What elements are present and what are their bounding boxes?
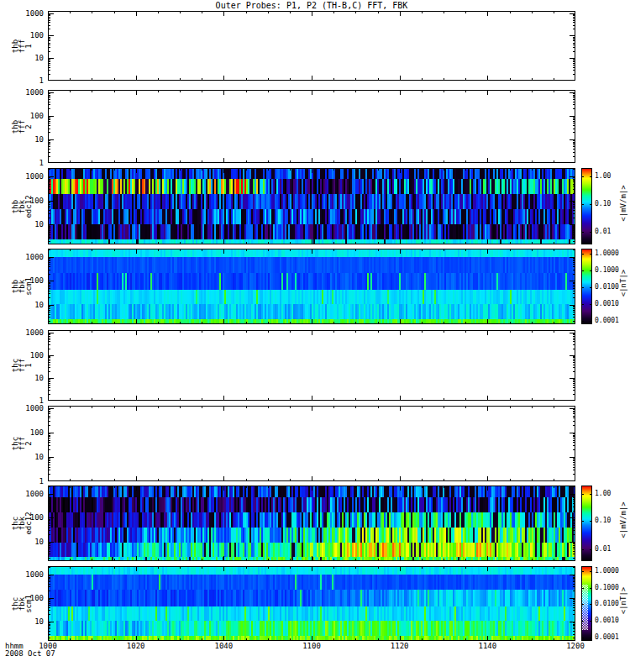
colorbar-unit-thb-fbk-edc12: <|mV/m|> <box>620 185 627 221</box>
panel-canvas-thc-fff-1 <box>48 330 575 401</box>
y-tick-label: 100 <box>0 429 44 437</box>
y-tick-label: 10 <box>0 55 44 62</box>
colorbar-thb-fbk-scm1 <box>581 249 592 324</box>
x-tick-label: 1200 <box>563 643 588 650</box>
y-tick-label: 100 <box>0 113 44 120</box>
y-tick-label: 1000 <box>0 491 44 498</box>
colorbar-tick-label: 0.1000 <box>595 585 619 591</box>
y-tick-label: 100 <box>0 514 44 522</box>
y-tick-label: 1 <box>0 478 44 486</box>
colorbar-thc-fbk-scm1 <box>581 566 592 641</box>
y-label-thc-fff-1: thc fff 1 <box>12 359 32 372</box>
colorbar-tick-label: 0.01 <box>595 546 611 553</box>
colorbar-tick-label: 0.0100 <box>595 284 619 291</box>
colorbar-thc-fbk-edc12 <box>581 486 592 561</box>
y-tick-label: 100 <box>0 595 44 602</box>
y-tick-label: 1 <box>0 160 44 167</box>
y-tick-label: 10 <box>0 375 44 382</box>
y-tick-label: 1000 <box>0 89 44 97</box>
y-tick-label: 1000 <box>0 10 44 18</box>
colorbar-tick-label: 1.0000 <box>595 568 619 575</box>
y-tick-label: 100 <box>0 197 44 205</box>
panel-canvas-thb-fbk-scm1 <box>48 249 575 324</box>
panel-canvas-thc-fbk-edc12 <box>48 486 575 561</box>
x-tick-label: 1000 <box>35 643 60 650</box>
y-tick-label: 10 <box>0 454 44 461</box>
x-tick-label: 1120 <box>387 643 412 650</box>
colorbar-tick-label: 0.1000 <box>595 267 619 274</box>
y-tick-label: 1000 <box>0 173 44 181</box>
y-tick-label: 100 <box>0 32 44 39</box>
fft-fbk-summary-plot: Outer Probes: P1, P2 (TH-B,C) FFT, FBK h… <box>0 0 630 672</box>
y-tick-label: 10 <box>0 618 44 626</box>
y-tick-label: 1000 <box>0 254 44 261</box>
y-label-thb-fff-1: thb fff 1 <box>12 39 32 52</box>
panel-canvas-thc-fbk-scm1 <box>48 566 575 641</box>
colorbar-thb-fbk-edc12 <box>581 168 592 244</box>
panel-canvas-thb-fff-1 <box>48 11 575 81</box>
colorbar-tick-label: 0.0001 <box>595 318 619 324</box>
colorbar-tick-label: 0.10 <box>595 201 611 207</box>
colorbar-unit-thc-fbk-edc12: <|mV/m|> <box>620 502 627 538</box>
panel-canvas-thb-fbk-edc12 <box>48 168 575 244</box>
colorbar-tick-label: 1.0000 <box>595 250 619 257</box>
y-tick-label: 1 <box>0 77 44 85</box>
x-tick-label: 1140 <box>475 643 500 650</box>
y-tick-label: 10 <box>0 302 44 309</box>
colorbar-tick-label: 0.0001 <box>595 634 619 641</box>
colorbar-tick-label: 0.0100 <box>595 601 619 607</box>
panel-canvas-thb-fff-2 <box>48 90 575 163</box>
colorbar-unit-thc-fbk-scm1: <|nT|> <box>620 587 627 615</box>
colorbar-tick-label: 0.10 <box>595 517 611 524</box>
colorbar-tick-label: 1.00 <box>595 491 611 497</box>
y-tick-label: 10 <box>0 136 44 144</box>
y-label-thb-fff-2: thb fff 2 <box>12 119 32 133</box>
x-axis-date-label: 2008 Oct 07 <box>5 650 55 658</box>
plot-title: Outer Probes: P1, P2 (TH-B,C) FFT, FBK <box>48 2 575 9</box>
x-tick-label: 1040 <box>211 643 236 650</box>
y-tick-label: 10 <box>0 538 44 546</box>
y-tick-label: 100 <box>0 277 44 285</box>
y-tick-label: 1000 <box>0 571 44 579</box>
y-tick-label: 10 <box>0 221 44 228</box>
y-tick-label: 1000 <box>0 405 44 412</box>
x-tick-label: 1020 <box>123 643 149 650</box>
panel-canvas-thc-fff-2 <box>48 406 575 481</box>
colorbar-tick-label: 0.0010 <box>595 301 619 307</box>
x-tick-label: 1100 <box>299 643 324 650</box>
y-tick-label: 100 <box>0 352 44 360</box>
y-label-thc-fff-2: thc fff 2 <box>12 437 32 450</box>
colorbar-tick-label: 1.00 <box>595 173 611 180</box>
colorbar-tick-label: 0.01 <box>595 228 611 235</box>
colorbar-unit-thb-fbk-scm1: <|nT|> <box>620 270 627 297</box>
colorbar-tick-label: 0.0010 <box>595 617 619 624</box>
y-tick-label: 1000 <box>0 329 44 337</box>
